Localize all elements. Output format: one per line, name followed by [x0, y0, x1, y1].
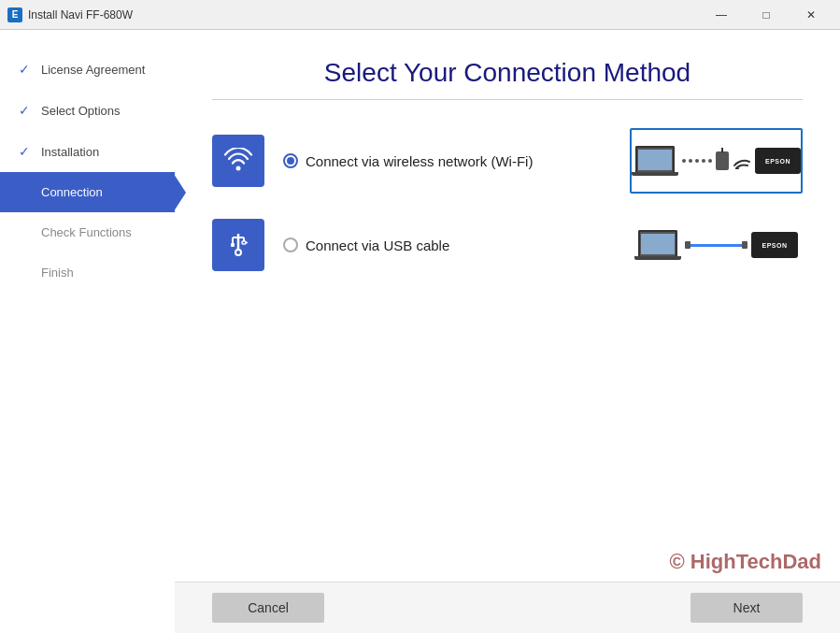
svg-point-0	[236, 166, 241, 171]
wifi-icon-box	[212, 135, 264, 187]
usb-cable	[685, 241, 747, 249]
app-title: Install Navi FF-680W	[28, 8, 133, 22]
dot2	[689, 159, 692, 163]
sidebar-item-select-options[interactable]: ✓ Select Options	[0, 90, 175, 131]
dotted-line-wifi	[682, 159, 712, 163]
title-divider	[212, 99, 803, 100]
check-icon-select-options: ✓	[19, 103, 34, 118]
close-button[interactable]: ✕	[790, 0, 833, 30]
main-content: Select Your Connection Method	[175, 30, 840, 633]
router-antenna	[721, 148, 723, 152]
footer: Cancel Next	[175, 582, 840, 633]
printer-label-wifi: EPSON	[765, 158, 790, 165]
wifi-arcs	[733, 152, 751, 169]
usb-radio[interactable]	[283, 237, 298, 252]
wifi-option-label: Connect via wireless network (Wi-Fi)	[283, 153, 611, 169]
connection-options: Connect via wireless network (Wi-Fi)	[212, 128, 803, 278]
app-body: ✓ License Agreement ✓ Select Options ✓ I…	[0, 30, 840, 633]
laptop-base-wifi	[632, 172, 678, 176]
sidebar-label-select-options: Select Options	[41, 104, 121, 118]
wifi-option-text: Connect via wireless network (Wi-Fi)	[306, 153, 533, 169]
check-icon-installation: ✓	[19, 144, 34, 159]
sidebar-item-check-functions[interactable]: Check Functions	[0, 212, 175, 252]
usb-icon	[225, 232, 251, 258]
usb-option-text: Connect via USB cable	[306, 237, 449, 253]
title-bar-left: E Install Navi FF-680W	[7, 7, 133, 22]
wifi-icon	[223, 148, 253, 174]
sidebar: ✓ License Agreement ✓ Select Options ✓ I…	[0, 30, 175, 633]
svg-point-3	[235, 250, 241, 255]
title-bar: E Install Navi FF-680W — □ ✕	[0, 0, 840, 30]
usb-icon-box	[212, 219, 264, 271]
minimize-button[interactable]: —	[700, 0, 743, 30]
sidebar-label-installation: Installation	[41, 145, 99, 159]
wifi-diagram: EPSON	[630, 128, 803, 194]
laptop-screen-usb	[638, 230, 677, 256]
router-icon	[716, 151, 729, 170]
window-controls: — □ ✕	[700, 0, 833, 30]
sidebar-label-finish: Finish	[41, 266, 74, 280]
dot5	[708, 159, 712, 163]
usb-wire	[691, 244, 742, 247]
app-icon: E	[7, 7, 22, 22]
laptop-shape-usb	[634, 230, 681, 260]
wifi-option[interactable]: Connect via wireless network (Wi-Fi)	[212, 128, 803, 194]
usb-option[interactable]: Connect via USB cable	[212, 212, 803, 278]
dot4	[702, 159, 705, 163]
page-title: Select Your Connection Method	[212, 58, 803, 88]
next-button[interactable]: Next	[691, 593, 803, 623]
laptop-screen-wifi	[635, 146, 675, 172]
laptop-screen-inner-wifi	[638, 150, 672, 170]
laptop-shape-wifi	[632, 146, 678, 176]
maximize-button[interactable]: □	[745, 0, 788, 30]
wifi-arcs-svg	[733, 152, 751, 169]
router-body	[716, 151, 729, 170]
sidebar-label-license: License Agreement	[41, 63, 145, 77]
wifi-radio[interactable]	[283, 153, 298, 168]
sidebar-item-finish[interactable]: Finish	[0, 252, 175, 293]
printer-label-usb: EPSON	[762, 242, 787, 249]
cancel-button[interactable]: Cancel	[212, 593, 324, 623]
sidebar-label-check-functions: Check Functions	[41, 225, 132, 239]
watermark: © HighTechDad	[175, 542, 840, 582]
sidebar-item-license[interactable]: ✓ License Agreement	[0, 49, 175, 90]
sidebar-label-connection: Connection	[41, 185, 103, 199]
usb-connector-right	[742, 241, 747, 249]
content-area: Select Your Connection Method	[175, 30, 840, 542]
svg-rect-8	[242, 241, 246, 244]
sidebar-item-installation[interactable]: ✓ Installation	[0, 131, 175, 172]
laptop-screen-inner-usb	[641, 234, 675, 254]
laptop-base-usb	[634, 256, 681, 260]
svg-rect-7	[231, 243, 235, 247]
usb-option-label: Connect via USB cable	[283, 237, 611, 253]
usb-diagram: EPSON	[630, 212, 803, 278]
check-icon-license: ✓	[19, 62, 34, 77]
sidebar-item-connection[interactable]: Connection	[0, 172, 175, 212]
dot3	[695, 159, 699, 163]
printer-usb: EPSON	[751, 232, 798, 258]
dot1	[682, 159, 686, 163]
printer-wifi: EPSON	[755, 148, 801, 174]
